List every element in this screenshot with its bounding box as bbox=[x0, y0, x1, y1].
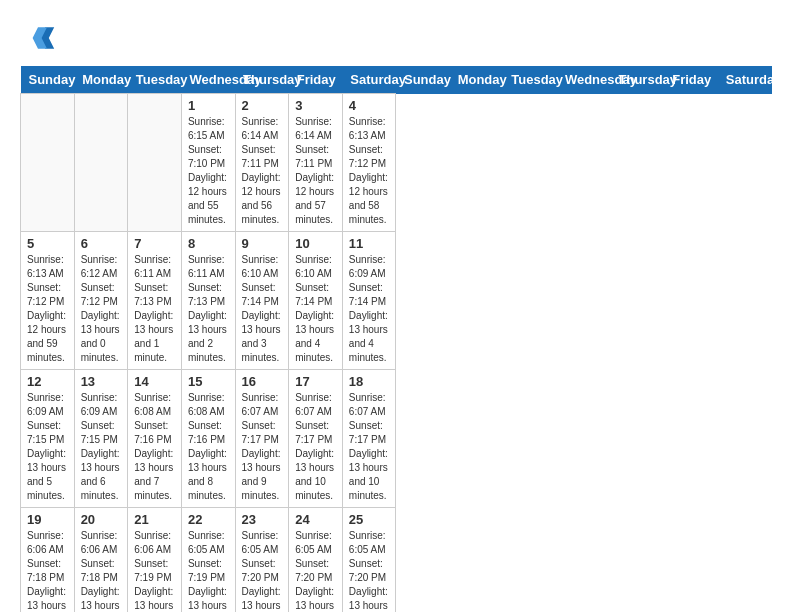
calendar-cell: 15Sunrise: 6:08 AM Sunset: 7:16 PM Dayli… bbox=[181, 370, 235, 508]
calendar-cell: 19Sunrise: 6:06 AM Sunset: 7:18 PM Dayli… bbox=[21, 508, 75, 613]
day-number: 8 bbox=[188, 236, 229, 251]
calendar-cell: 8Sunrise: 6:11 AM Sunset: 7:13 PM Daylig… bbox=[181, 232, 235, 370]
day-number: 19 bbox=[27, 512, 68, 527]
calendar-table: SundayMondayTuesdayWednesdayThursdayFrid… bbox=[20, 66, 772, 612]
day-number: 15 bbox=[188, 374, 229, 389]
week-row-4: 19Sunrise: 6:06 AM Sunset: 7:18 PM Dayli… bbox=[21, 508, 772, 613]
day-number: 2 bbox=[242, 98, 283, 113]
day-number: 6 bbox=[81, 236, 122, 251]
calendar-cell: 24Sunrise: 6:05 AM Sunset: 7:20 PM Dayli… bbox=[289, 508, 343, 613]
day-number: 5 bbox=[27, 236, 68, 251]
cell-info: Sunrise: 6:14 AM Sunset: 7:11 PM Dayligh… bbox=[242, 115, 283, 227]
calendar-cell: 10Sunrise: 6:10 AM Sunset: 7:14 PM Dayli… bbox=[289, 232, 343, 370]
calendar-cell: 23Sunrise: 6:05 AM Sunset: 7:20 PM Dayli… bbox=[235, 508, 289, 613]
cell-info: Sunrise: 6:09 AM Sunset: 7:15 PM Dayligh… bbox=[81, 391, 122, 503]
cell-info: Sunrise: 6:13 AM Sunset: 7:12 PM Dayligh… bbox=[27, 253, 68, 365]
calendar-cell: 20Sunrise: 6:06 AM Sunset: 7:18 PM Dayli… bbox=[74, 508, 128, 613]
day-number: 14 bbox=[134, 374, 175, 389]
day-number: 13 bbox=[81, 374, 122, 389]
header-row: SundayMondayTuesdayWednesdayThursdayFrid… bbox=[21, 66, 772, 94]
col-header-thursday: Thursday bbox=[611, 66, 665, 94]
calendar-cell: 21Sunrise: 6:06 AM Sunset: 7:19 PM Dayli… bbox=[128, 508, 182, 613]
calendar-cell: 7Sunrise: 6:11 AM Sunset: 7:13 PM Daylig… bbox=[128, 232, 182, 370]
cell-info: Sunrise: 6:11 AM Sunset: 7:13 PM Dayligh… bbox=[188, 253, 229, 365]
cell-info: Sunrise: 6:15 AM Sunset: 7:10 PM Dayligh… bbox=[188, 115, 229, 227]
col-header-monday: Monday bbox=[74, 66, 128, 94]
week-row-3: 12Sunrise: 6:09 AM Sunset: 7:15 PM Dayli… bbox=[21, 370, 772, 508]
calendar-cell: 3Sunrise: 6:14 AM Sunset: 7:11 PM Daylig… bbox=[289, 94, 343, 232]
day-number: 20 bbox=[81, 512, 122, 527]
col-header-monday: Monday bbox=[450, 66, 504, 94]
day-number: 22 bbox=[188, 512, 229, 527]
calendar-cell: 16Sunrise: 6:07 AM Sunset: 7:17 PM Dayli… bbox=[235, 370, 289, 508]
col-header-tuesday: Tuesday bbox=[128, 66, 182, 94]
calendar-cell: 6Sunrise: 6:12 AM Sunset: 7:12 PM Daylig… bbox=[74, 232, 128, 370]
cell-info: Sunrise: 6:11 AM Sunset: 7:13 PM Dayligh… bbox=[134, 253, 175, 365]
calendar-cell bbox=[21, 94, 75, 232]
day-number: 17 bbox=[295, 374, 336, 389]
col-header-tuesday: Tuesday bbox=[503, 66, 557, 94]
day-number: 11 bbox=[349, 236, 390, 251]
cell-info: Sunrise: 6:07 AM Sunset: 7:17 PM Dayligh… bbox=[295, 391, 336, 503]
day-number: 7 bbox=[134, 236, 175, 251]
cell-info: Sunrise: 6:06 AM Sunset: 7:18 PM Dayligh… bbox=[27, 529, 68, 612]
calendar-cell: 13Sunrise: 6:09 AM Sunset: 7:15 PM Dayli… bbox=[74, 370, 128, 508]
cell-info: Sunrise: 6:05 AM Sunset: 7:20 PM Dayligh… bbox=[349, 529, 390, 612]
cell-info: Sunrise: 6:07 AM Sunset: 7:17 PM Dayligh… bbox=[242, 391, 283, 503]
calendar-cell: 11Sunrise: 6:09 AM Sunset: 7:14 PM Dayli… bbox=[342, 232, 396, 370]
cell-info: Sunrise: 6:10 AM Sunset: 7:14 PM Dayligh… bbox=[295, 253, 336, 365]
calendar-cell: 14Sunrise: 6:08 AM Sunset: 7:16 PM Dayli… bbox=[128, 370, 182, 508]
day-number: 1 bbox=[188, 98, 229, 113]
calendar-cell: 1Sunrise: 6:15 AM Sunset: 7:10 PM Daylig… bbox=[181, 94, 235, 232]
col-header-sunday: Sunday bbox=[396, 66, 450, 94]
calendar-cell: 18Sunrise: 6:07 AM Sunset: 7:17 PM Dayli… bbox=[342, 370, 396, 508]
calendar-cell: 22Sunrise: 6:05 AM Sunset: 7:19 PM Dayli… bbox=[181, 508, 235, 613]
week-row-2: 5Sunrise: 6:13 AM Sunset: 7:12 PM Daylig… bbox=[21, 232, 772, 370]
cell-info: Sunrise: 6:05 AM Sunset: 7:20 PM Dayligh… bbox=[242, 529, 283, 612]
cell-info: Sunrise: 6:07 AM Sunset: 7:17 PM Dayligh… bbox=[349, 391, 390, 503]
calendar-cell: 5Sunrise: 6:13 AM Sunset: 7:12 PM Daylig… bbox=[21, 232, 75, 370]
cell-info: Sunrise: 6:08 AM Sunset: 7:16 PM Dayligh… bbox=[188, 391, 229, 503]
day-number: 12 bbox=[27, 374, 68, 389]
logo-icon bbox=[20, 20, 56, 56]
cell-info: Sunrise: 6:05 AM Sunset: 7:19 PM Dayligh… bbox=[188, 529, 229, 612]
cell-info: Sunrise: 6:14 AM Sunset: 7:11 PM Dayligh… bbox=[295, 115, 336, 227]
col-header-friday: Friday bbox=[289, 66, 343, 94]
col-header-saturday: Saturday bbox=[342, 66, 396, 94]
week-row-1: 1Sunrise: 6:15 AM Sunset: 7:10 PM Daylig… bbox=[21, 94, 772, 232]
col-header-wednesday: Wednesday bbox=[181, 66, 235, 94]
cell-info: Sunrise: 6:06 AM Sunset: 7:19 PM Dayligh… bbox=[134, 529, 175, 612]
cell-info: Sunrise: 6:10 AM Sunset: 7:14 PM Dayligh… bbox=[242, 253, 283, 365]
logo bbox=[20, 20, 62, 56]
col-header-saturday: Saturday bbox=[718, 66, 772, 94]
calendar-cell: 4Sunrise: 6:13 AM Sunset: 7:12 PM Daylig… bbox=[342, 94, 396, 232]
day-number: 9 bbox=[242, 236, 283, 251]
cell-info: Sunrise: 6:09 AM Sunset: 7:15 PM Dayligh… bbox=[27, 391, 68, 503]
calendar-cell bbox=[74, 94, 128, 232]
calendar-cell: 12Sunrise: 6:09 AM Sunset: 7:15 PM Dayli… bbox=[21, 370, 75, 508]
calendar-cell: 17Sunrise: 6:07 AM Sunset: 7:17 PM Dayli… bbox=[289, 370, 343, 508]
day-number: 21 bbox=[134, 512, 175, 527]
col-header-sunday: Sunday bbox=[21, 66, 75, 94]
day-number: 25 bbox=[349, 512, 390, 527]
day-number: 18 bbox=[349, 374, 390, 389]
calendar-cell: 2Sunrise: 6:14 AM Sunset: 7:11 PM Daylig… bbox=[235, 94, 289, 232]
calendar-cell bbox=[128, 94, 182, 232]
cell-info: Sunrise: 6:13 AM Sunset: 7:12 PM Dayligh… bbox=[349, 115, 390, 227]
cell-info: Sunrise: 6:08 AM Sunset: 7:16 PM Dayligh… bbox=[134, 391, 175, 503]
col-header-wednesday: Wednesday bbox=[557, 66, 611, 94]
calendar-cell: 25Sunrise: 6:05 AM Sunset: 7:20 PM Dayli… bbox=[342, 508, 396, 613]
cell-info: Sunrise: 6:09 AM Sunset: 7:14 PM Dayligh… bbox=[349, 253, 390, 365]
day-number: 24 bbox=[295, 512, 336, 527]
cell-info: Sunrise: 6:05 AM Sunset: 7:20 PM Dayligh… bbox=[295, 529, 336, 612]
day-number: 23 bbox=[242, 512, 283, 527]
calendar-cell: 9Sunrise: 6:10 AM Sunset: 7:14 PM Daylig… bbox=[235, 232, 289, 370]
day-number: 3 bbox=[295, 98, 336, 113]
day-number: 10 bbox=[295, 236, 336, 251]
day-number: 4 bbox=[349, 98, 390, 113]
day-number: 16 bbox=[242, 374, 283, 389]
col-header-friday: Friday bbox=[664, 66, 718, 94]
cell-info: Sunrise: 6:12 AM Sunset: 7:12 PM Dayligh… bbox=[81, 253, 122, 365]
cell-info: Sunrise: 6:06 AM Sunset: 7:18 PM Dayligh… bbox=[81, 529, 122, 612]
page-header bbox=[20, 20, 772, 56]
